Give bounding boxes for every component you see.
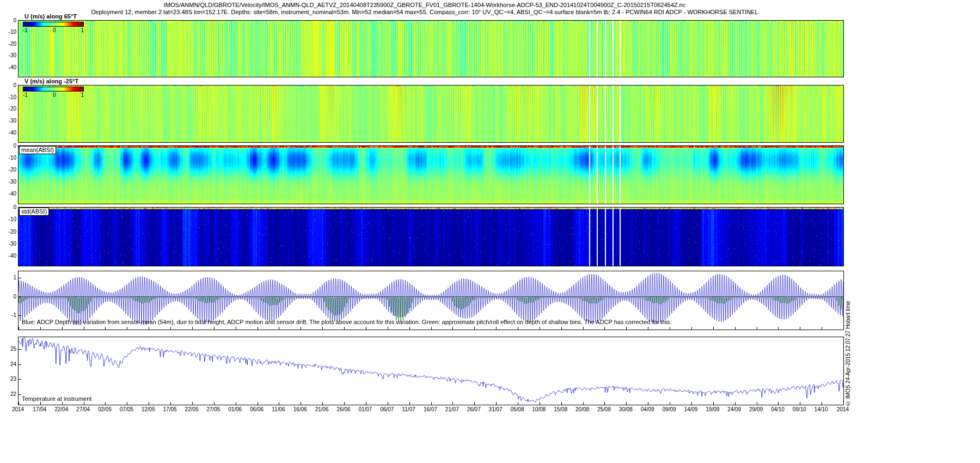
- y-tick-label: -30: [1, 179, 16, 185]
- x-tick-label: 22/04: [50, 406, 74, 412]
- figure-subtitle-deployment-info: Deployment 12, member 2 lat=23.48S lon=1…: [0, 9, 849, 15]
- y-tick-label: -20: [1, 167, 16, 173]
- y-tick-label: 0: [1, 204, 16, 210]
- x-tick-label: 31/07: [483, 406, 507, 412]
- v-colorbar-gradient: [23, 87, 84, 92]
- x-tick-label: 29/09: [744, 406, 768, 412]
- x-tick-label: 10/08: [527, 406, 551, 412]
- y-tick-label: -40: [1, 130, 16, 136]
- y-tick-label: -30: [1, 241, 16, 247]
- panel-std-absi: [18, 207, 844, 266]
- x-tick-label: 09/09: [657, 406, 681, 412]
- y-tick-label: -40: [1, 253, 16, 259]
- x-tick-label: 21/07: [440, 406, 464, 412]
- temperature-lineplot: [19, 337, 843, 405]
- y-tick-label: -1: [1, 312, 16, 318]
- matlab-figure: IMOS/ANMN/QLD/GBROTE/Velocity/IMOS_ANMN-…: [0, 0, 980, 463]
- y-tick-label: 0: [1, 82, 16, 88]
- y-tick-label: -20: [1, 41, 16, 47]
- x-tick-label: 2014: [6, 406, 30, 412]
- x-tick-label: 07/05: [114, 406, 138, 412]
- u-velocity-heatmap: [19, 21, 843, 77]
- x-tick-label: 16/06: [288, 406, 312, 412]
- x-tick-label: 26/06: [332, 406, 356, 412]
- x-tick-label: 17/04: [28, 406, 52, 412]
- depth-variation-annotation: Blue: ADCP Depth (m) variation from sens…: [22, 319, 672, 325]
- panel-u-velocity: -1 0 1: [18, 20, 844, 77]
- x-tick-label: 11/06: [266, 406, 290, 412]
- x-tick-label: 14/09: [679, 406, 703, 412]
- x-tick-label: 05/08: [505, 406, 529, 412]
- x-tick-label: 17/05: [158, 406, 182, 412]
- y-tick-label: -10: [1, 29, 16, 35]
- x-tick-label: 01/07: [353, 406, 377, 412]
- y-tick-label: 0: [1, 143, 16, 149]
- x-tick-label: 19/09: [701, 406, 725, 412]
- x-tick-label: 20/08: [571, 406, 595, 412]
- u-panel-title: U (m/s) along 65°T: [24, 13, 77, 20]
- v-colorbar-tick-min: -1: [23, 92, 28, 98]
- y-tick-label: -30: [1, 118, 16, 124]
- x-tick-label: 30/08: [614, 406, 638, 412]
- v-panel-title: V (m/s) along -25°T: [24, 78, 78, 84]
- x-tick-label: 12/05: [136, 406, 160, 412]
- u-colorbar-ticks: -1 0 1: [23, 27, 84, 33]
- x-tick-label: 16/07: [419, 406, 443, 412]
- x-tick-label: 2014: [831, 406, 855, 412]
- x-tick-label: 04/09: [635, 406, 659, 412]
- x-tick-label: 02/05: [93, 406, 117, 412]
- x-tick-label: 15/08: [549, 406, 573, 412]
- x-tick-label: 25/08: [592, 406, 616, 412]
- x-tick-label: 06/06: [245, 406, 269, 412]
- mean-absi-heatmap: [19, 146, 843, 204]
- v-colorbar-ticks: -1 0 1: [23, 92, 84, 98]
- y-tick-label: -40: [1, 191, 16, 197]
- y-tick-label: -20: [1, 229, 16, 235]
- x-tick-label: 26/07: [462, 406, 486, 412]
- y-tick-label: -10: [1, 155, 16, 161]
- y-tick-label: -10: [1, 216, 16, 222]
- u-colorbar-gradient: [23, 22, 84, 27]
- x-tick-label: 09/10: [787, 406, 811, 412]
- panel-v-velocity: -1 0 1: [18, 85, 844, 143]
- y-tick-label: 1: [1, 275, 16, 281]
- x-tick-label: 24/09: [722, 406, 746, 412]
- x-tick-label: 01/06: [223, 406, 247, 412]
- x-tick-label: 21/06: [310, 406, 334, 412]
- panel-mean-absi: [18, 145, 844, 204]
- v-velocity-heatmap: [19, 86, 843, 142]
- x-tick-label: 14/10: [809, 406, 833, 412]
- y-tick-label: 0: [1, 17, 16, 23]
- y-tick-label: -40: [1, 64, 16, 70]
- imos-copyright-watermark: © IMOS 24-Apr-2015 12:07:27 Hobart time: [845, 265, 851, 406]
- y-tick-label: 25: [1, 346, 16, 352]
- panel-temperature: [18, 337, 844, 405]
- std-absi-heatmap: [19, 208, 843, 266]
- y-tick-label: 23: [1, 376, 16, 382]
- x-tick-label: 06/07: [375, 406, 399, 412]
- y-tick-label: -30: [1, 52, 16, 58]
- v-colorbar-tick-max: 1: [81, 92, 84, 98]
- x-tick-label: 27/04: [71, 406, 95, 412]
- mean-absi-label: mean(ABSI): [19, 146, 56, 154]
- u-colorbar-tick-max: 1: [81, 27, 84, 33]
- u-colorbar-tick-zero: 0: [53, 27, 56, 33]
- y-tick-label: -20: [1, 106, 16, 112]
- x-tick-label: 22/05: [180, 406, 204, 412]
- std-absi-label: std(ABSI): [19, 208, 49, 216]
- figure-title-filename: IMOS/ANMN/QLD/GBROTE/Velocity/IMOS_ANMN-…: [0, 2, 849, 8]
- y-tick-label: -10: [1, 94, 16, 100]
- v-colorbar-tick-zero: 0: [53, 92, 56, 98]
- temperature-label: Temperature at instrument: [22, 395, 91, 402]
- y-tick-label: 22: [1, 391, 16, 397]
- x-tick-label: 04/10: [765, 406, 789, 412]
- y-tick-label: 24: [1, 361, 16, 367]
- v-colorbar: -1 0 1: [23, 87, 84, 98]
- u-colorbar-tick-min: -1: [23, 27, 28, 33]
- u-colorbar: -1 0 1: [23, 22, 84, 33]
- x-tick-label: 27/05: [201, 406, 225, 412]
- y-tick-label: 0: [1, 294, 16, 300]
- x-tick-label: 11/07: [397, 406, 421, 412]
